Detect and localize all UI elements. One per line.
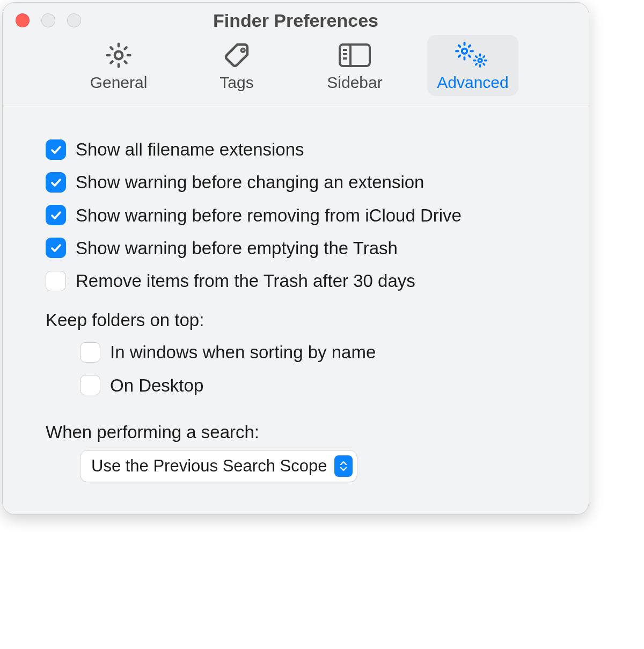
search-scope-value: Use the Previous Search Scope — [91, 456, 327, 476]
titlebar: Finder Preferences — [3, 3, 589, 31]
search-label: When performing a search: — [46, 422, 546, 442]
label-warn-trash: Show warning before emptying the Trash — [76, 237, 398, 259]
tab-tags[interactable]: Tags — [191, 35, 282, 96]
checkbox-show-extensions[interactable] — [46, 139, 66, 160]
label-show-extensions: Show all filename extensions — [76, 138, 304, 160]
checkbox-warn-trash[interactable] — [46, 238, 66, 258]
zoom-button[interactable] — [67, 13, 81, 27]
close-button[interactable] — [16, 13, 30, 27]
tab-general-label: General — [90, 73, 148, 92]
row-warn-icloud: Show warning before removing from iCloud… — [46, 204, 546, 226]
dropdown-stepper-icon — [334, 455, 353, 477]
label-keep-top-sort-name: In windows when sorting by name — [110, 341, 376, 363]
gear-icon — [100, 40, 137, 70]
content: Show all filename extensions Show warnin… — [3, 106, 589, 514]
label-warn-extension: Show warning before changing an extensio… — [76, 171, 424, 193]
tab-sidebar[interactable]: Sidebar — [309, 35, 400, 96]
preferences-window: Finder Preferences General Tags Sidebar — [2, 2, 589, 515]
label-warn-icloud: Show warning before removing from iCloud… — [76, 204, 462, 226]
row-keep-top-sort-name: In windows when sorting by name — [46, 341, 546, 363]
checkbox-trash-30days[interactable] — [46, 271, 66, 291]
tag-icon — [218, 40, 255, 70]
search-scope-dropdown[interactable]: Use the Previous Search Scope — [80, 450, 357, 482]
row-warn-trash: Show warning before emptying the Trash — [46, 237, 546, 259]
label-keep-top-desktop: On Desktop — [110, 374, 203, 396]
tab-sidebar-label: Sidebar — [327, 73, 382, 92]
row-show-extensions: Show all filename extensions — [46, 138, 546, 160]
double-gear-icon — [454, 40, 492, 70]
tab-advanced[interactable]: Advanced — [427, 35, 518, 96]
checkbox-keep-top-desktop[interactable] — [80, 375, 100, 395]
keep-folders-on-top-label: Keep folders on top: — [46, 310, 546, 330]
row-warn-extension: Show warning before changing an extensio… — [46, 171, 546, 193]
traffic-lights — [16, 13, 81, 27]
svg-point-0 — [115, 51, 122, 59]
minimize-button[interactable] — [41, 13, 55, 27]
svg-point-1 — [241, 48, 245, 52]
row-keep-top-desktop: On Desktop — [46, 374, 546, 396]
window-title: Finder Preferences — [3, 10, 589, 31]
checkbox-warn-extension[interactable] — [46, 172, 66, 193]
tab-tags-label: Tags — [219, 73, 253, 92]
prefs-toolbar: General Tags Sidebar Advanced — [3, 31, 589, 106]
row-trash-30days: Remove items from the Trash after 30 day… — [46, 270, 546, 292]
checkbox-keep-top-sort-name[interactable] — [80, 342, 100, 363]
label-trash-30days: Remove items from the Trash after 30 day… — [76, 270, 415, 292]
svg-point-7 — [462, 49, 467, 54]
tab-general[interactable]: General — [73, 35, 164, 96]
svg-point-8 — [478, 58, 482, 62]
sidebar-icon — [336, 40, 374, 70]
checkbox-warn-icloud[interactable] — [46, 205, 66, 225]
tab-advanced-label: Advanced — [437, 73, 508, 92]
